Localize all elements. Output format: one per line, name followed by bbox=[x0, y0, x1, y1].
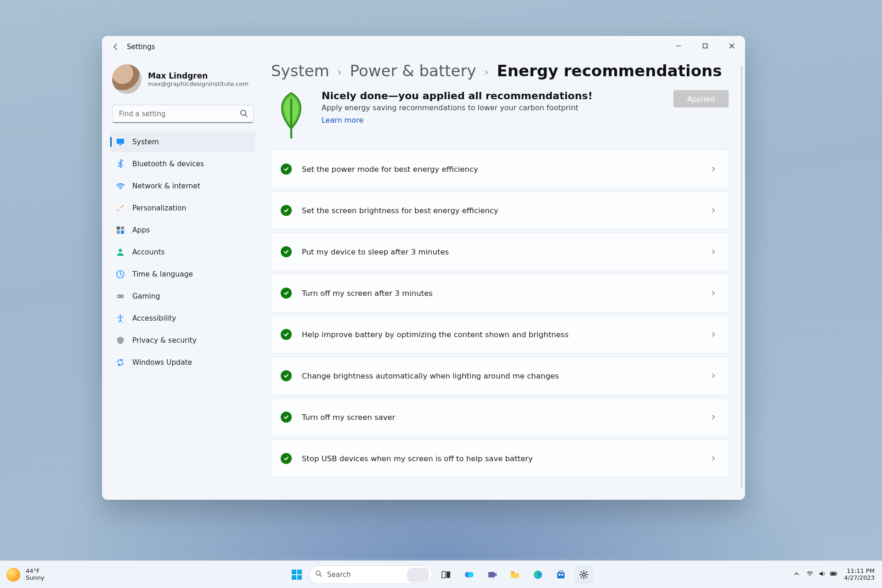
taskbar-search[interactable]: Search bbox=[309, 565, 432, 584]
svg-line-3 bbox=[245, 115, 247, 117]
teams-button[interactable] bbox=[483, 565, 501, 584]
recommendation-row[interactable]: Turn off my screen saver bbox=[271, 398, 729, 436]
minimize-button[interactable] bbox=[665, 36, 692, 56]
settings-taskbar-button[interactable] bbox=[575, 565, 593, 584]
weather-temp: 44°F bbox=[26, 568, 45, 575]
svg-point-36 bbox=[809, 575, 810, 576]
sidebar-item-update[interactable]: Windows Update bbox=[110, 352, 255, 373]
sidebar-item-label: Apps bbox=[132, 226, 150, 234]
window-controls bbox=[665, 36, 745, 56]
back-button[interactable] bbox=[105, 38, 127, 56]
edge-button[interactable] bbox=[529, 565, 547, 584]
search-input[interactable] bbox=[112, 105, 254, 123]
banner-subtext: Apply energy saving recommendations to l… bbox=[322, 103, 593, 112]
close-button[interactable] bbox=[718, 36, 745, 56]
accessibility-icon bbox=[116, 314, 125, 323]
svg-rect-8 bbox=[121, 226, 124, 230]
svg-point-15 bbox=[123, 296, 124, 297]
recommendation-row[interactable]: Set the screen brightness for best energ… bbox=[271, 191, 729, 230]
recommendation-row[interactable]: Change brightness automatically when lig… bbox=[271, 356, 729, 395]
sidebar-item-network[interactable]: Network & internet bbox=[110, 175, 255, 197]
learn-more-link[interactable]: Learn more bbox=[322, 116, 363, 124]
chevron-right-icon bbox=[711, 372, 716, 380]
recommendation-row[interactable]: Turn off my screen after 3 minutes bbox=[271, 274, 729, 312]
gamepad-icon bbox=[116, 292, 125, 301]
banner-headline: Nicely done—you applied all recommendati… bbox=[322, 90, 593, 102]
svg-point-35 bbox=[582, 573, 585, 576]
recommendation-row[interactable]: Help improve battery by optimizing the c… bbox=[271, 315, 729, 354]
sidebar-item-accounts[interactable]: Accounts bbox=[110, 242, 255, 263]
chevron-right-icon bbox=[711, 248, 716, 256]
sidebar-item-bluetooth[interactable]: Bluetooth & devices bbox=[110, 153, 255, 175]
svg-point-14 bbox=[122, 295, 123, 296]
recommendation-label: Set the power mode for best energy effic… bbox=[302, 165, 478, 174]
taskview-button[interactable] bbox=[437, 565, 455, 584]
widgets-button[interactable] bbox=[460, 565, 478, 584]
sidebar-item-label: Privacy & security bbox=[132, 336, 197, 345]
banner: Nicely done—you applied all recommendati… bbox=[271, 90, 729, 150]
sidebar-item-privacy[interactable]: Privacy & security bbox=[110, 330, 255, 351]
recommendation-label: Stop USB devices when my screen is off t… bbox=[302, 454, 533, 463]
sidebar-item-apps[interactable]: Apps bbox=[110, 220, 255, 241]
svg-rect-18 bbox=[292, 570, 296, 574]
date: 4/27/2023 bbox=[844, 575, 875, 582]
wifi-icon bbox=[116, 181, 125, 191]
recommendation-label: Turn off my screen saver bbox=[302, 413, 396, 422]
update-icon bbox=[116, 358, 125, 367]
system-tray[interactable] bbox=[806, 570, 837, 579]
check-icon bbox=[281, 288, 292, 299]
start-button[interactable] bbox=[289, 567, 305, 582]
svg-rect-21 bbox=[297, 575, 302, 580]
chevron-right-icon bbox=[711, 165, 716, 174]
breadcrumb-power-battery[interactable]: Power & battery bbox=[350, 62, 476, 80]
time: 11:11 PM bbox=[844, 568, 875, 575]
breadcrumb-system[interactable]: System bbox=[271, 62, 329, 80]
weather-widget[interactable]: 44°F Sunny bbox=[0, 568, 45, 582]
sidebar-item-system[interactable]: System bbox=[110, 131, 255, 153]
svg-rect-19 bbox=[297, 570, 302, 574]
search-illustration bbox=[407, 568, 429, 582]
profile-email: max@graphicdesigninstitute.com bbox=[148, 80, 249, 87]
bluetooth-icon bbox=[116, 159, 125, 169]
window-title: Settings bbox=[127, 43, 155, 51]
sidebar-item-label: Gaming bbox=[132, 292, 160, 300]
svg-rect-28 bbox=[488, 572, 495, 577]
svg-point-27 bbox=[468, 572, 474, 577]
maximize-button[interactable] bbox=[692, 36, 718, 56]
explorer-button[interactable] bbox=[506, 565, 524, 584]
taskbar: 44°F Sunny Search bbox=[0, 560, 882, 588]
sidebar-item-label: System bbox=[132, 138, 159, 146]
profile-name: Max Lindgren bbox=[148, 71, 249, 80]
titlebar: Settings bbox=[102, 36, 745, 58]
recommendation-row[interactable]: Put my device to sleep after 3 minutes bbox=[271, 232, 729, 271]
scrollbar[interactable] bbox=[741, 65, 742, 489]
search-icon bbox=[315, 570, 322, 579]
globe-clock-icon bbox=[116, 270, 125, 279]
recommendation-row[interactable]: Stop USB devices when my screen is off t… bbox=[271, 439, 729, 478]
profile-block[interactable]: Max Lindgren max@graphicdesigninstitute.… bbox=[107, 59, 258, 102]
sidebar-item-label: Bluetooth & devices bbox=[132, 160, 204, 168]
clock[interactable]: 11:11 PM 4/27/2023 bbox=[844, 568, 875, 582]
svg-rect-24 bbox=[442, 571, 446, 578]
desktop-background: Settings Max Lindgren max@graphicdesigni… bbox=[0, 0, 882, 588]
person-icon bbox=[116, 248, 125, 257]
store-button[interactable] bbox=[552, 565, 570, 584]
leaf-icon bbox=[271, 90, 311, 140]
svg-rect-39 bbox=[831, 572, 836, 574]
svg-rect-20 bbox=[292, 575, 296, 580]
svg-point-16 bbox=[119, 315, 121, 317]
svg-rect-25 bbox=[447, 571, 450, 578]
sidebar-item-label: Time & language bbox=[132, 270, 193, 278]
chevron-right-icon bbox=[711, 454, 716, 463]
recommendation-label: Set the screen brightness for best energ… bbox=[302, 206, 498, 215]
sidebar-item-accessibility[interactable]: Accessibility bbox=[110, 308, 255, 329]
svg-rect-1 bbox=[703, 44, 707, 48]
tray-chevron-up-icon[interactable] bbox=[793, 570, 800, 579]
sidebar-item-personalization[interactable]: Personalization bbox=[110, 198, 255, 219]
svg-rect-5 bbox=[119, 144, 122, 145]
sidebar-item-gaming[interactable]: Gaming bbox=[110, 286, 255, 307]
recommendation-row[interactable]: Set the power mode for best energy effic… bbox=[271, 150, 729, 188]
sidebar-item-time-language[interactable]: Time & language bbox=[110, 264, 255, 285]
volume-icon bbox=[818, 570, 825, 579]
svg-rect-10 bbox=[121, 231, 124, 234]
